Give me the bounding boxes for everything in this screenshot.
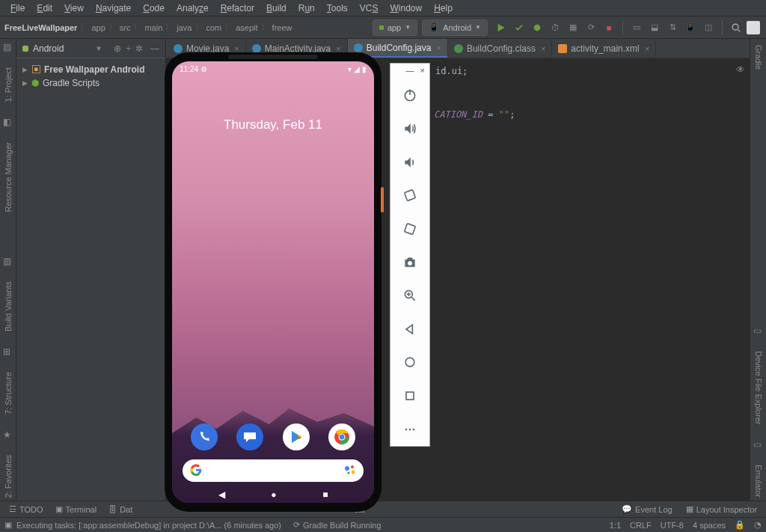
layout-inspector-tab[interactable]: ▦Layout Inspector	[681, 504, 762, 514]
tree-root-node[interactable]: ▶ 🞕 Free Wallpaper Android	[19, 63, 162, 76]
device-explorer-tab[interactable]: Device File Explorer	[754, 348, 763, 427]
crumb-2[interactable]: src	[120, 23, 131, 32]
close-icon[interactable]: ×	[436, 43, 441, 52]
overview-button[interactable]: ■	[322, 489, 328, 500]
avd-manager-button[interactable]: ▭	[629, 20, 644, 35]
menu-tools[interactable]: Tools	[321, 1, 354, 15]
close-icon[interactable]: ×	[234, 44, 239, 53]
event-log-tab[interactable]: 💬Event Log	[617, 504, 677, 514]
favorites-tab[interactable]: 2: Favorites	[4, 452, 13, 501]
tab-activity-main-xml[interactable]: activity_main.xml×	[552, 39, 656, 58]
structure-icon[interactable]: ⊞	[3, 346, 13, 357]
status-pos[interactable]: 1:1	[610, 521, 621, 530]
project-tab[interactable]: 1: Project	[4, 64, 13, 105]
reader-mode-icon[interactable]: 👁	[736, 63, 745, 76]
menu-refactor[interactable]: Refactor	[215, 1, 260, 15]
nav-back-button[interactable]	[390, 312, 429, 346]
play-store-icon[interactable]	[283, 424, 310, 450]
crumb-7[interactable]: freew	[272, 23, 292, 32]
run-button[interactable]	[494, 20, 509, 35]
status-indent[interactable]: 4 spaces	[693, 521, 726, 530]
build-variants-tab[interactable]: Build Variants	[4, 278, 13, 334]
apply-changes-button[interactable]	[512, 20, 527, 35]
sdk-manager-button[interactable]: ⬓	[647, 20, 662, 35]
close-icon[interactable]: ×	[645, 44, 649, 53]
crumb-5[interactable]: com	[206, 23, 221, 32]
assistant-icon[interactable]	[344, 464, 356, 478]
volume-down-button[interactable]	[390, 145, 429, 179]
sync-button[interactable]: ⇅	[665, 20, 680, 35]
phone-side-button[interactable]	[381, 187, 384, 213]
menu-code[interactable]: Code	[137, 1, 171, 15]
google-search-bar[interactable]	[183, 459, 364, 482]
zoom-button[interactable]	[390, 279, 429, 313]
user-profile-button[interactable]	[747, 21, 760, 34]
menu-window[interactable]: Window	[384, 1, 428, 15]
device-manager-button[interactable]: 📱	[683, 20, 698, 35]
stop-button[interactable]: ■	[601, 20, 616, 35]
resource-manager-tab[interactable]: Resource Manager	[4, 139, 13, 215]
device-explorer-icon[interactable]: ▭	[753, 325, 764, 336]
status-inspector-icon[interactable]: ◔	[754, 520, 762, 530]
coverage-button[interactable]: ▦	[566, 20, 580, 35]
menu-run[interactable]: Run	[292, 1, 321, 15]
resource-mgr-icon[interactable]: ◧	[3, 117, 13, 127]
crumb-3[interactable]: main	[144, 23, 162, 32]
menu-build[interactable]: Build	[260, 1, 292, 15]
todo-tab[interactable]: ☲TODO	[4, 504, 48, 514]
database-tab[interactable]: 🗄Dat	[104, 505, 137, 514]
project-tool-icon[interactable]: ▤	[3, 42, 13, 52]
chrome-icon[interactable]	[328, 424, 355, 450]
app-inspection-button[interactable]: ◫	[701, 20, 716, 35]
rotate-left-button[interactable]	[390, 179, 429, 213]
menu-edit[interactable]: Edit	[31, 1, 58, 15]
volume-up-button[interactable]	[390, 112, 429, 146]
close-button[interactable]: ×	[420, 66, 425, 76]
phone-screen[interactable]: 11:24 ⚙ ▾◢▮ Thursday, Feb 11 ◀ ● ■	[172, 61, 374, 503]
menu-view[interactable]: View	[58, 1, 90, 15]
status-line-sep[interactable]: CRLF	[630, 521, 652, 530]
profiler-button[interactable]: ⏱	[548, 20, 563, 35]
emulator-tab[interactable]: Emulator	[754, 462, 763, 501]
attach-debugger-button[interactable]: ⟳	[583, 20, 598, 35]
screenshot-button[interactable]	[390, 245, 429, 279]
terminal-tab[interactable]: ▣Terminal	[51, 504, 102, 514]
emulator-toolbar[interactable]: — ×	[390, 63, 430, 447]
crumb-root[interactable]: FreeLiveWallpaper	[4, 23, 77, 32]
close-icon[interactable]: ×	[541, 44, 545, 53]
tree-gradle-node[interactable]: ▶ ⬢ Gradle Scripts	[19, 76, 162, 90]
home-button[interactable]: ●	[271, 489, 276, 500]
menu-vcs[interactable]: VCS	[354, 1, 384, 15]
crumb-6[interactable]: asepit	[236, 23, 257, 32]
device-selector[interactable]: 📱 Android ▼	[422, 19, 488, 36]
nav-overview-button[interactable]	[390, 379, 429, 413]
status-readonly-icon[interactable]: 🔒	[735, 520, 745, 530]
menu-analyze[interactable]: Analyze	[171, 1, 215, 15]
build-variants-icon[interactable]: ▥	[3, 256, 13, 266]
project-tree-header[interactable]: Android ▼ ⊕ ÷ ✲ —	[16, 39, 165, 58]
messages-app-icon[interactable]	[236, 424, 263, 450]
minimize-button[interactable]: —	[406, 66, 414, 76]
back-button[interactable]: ◀	[218, 489, 225, 500]
structure-tab[interactable]: 7: Structure	[4, 369, 13, 418]
power-button[interactable]	[390, 79, 429, 112]
run-config-selector[interactable]: app ▼	[373, 19, 417, 36]
menu-file[interactable]: File	[4, 1, 31, 15]
menu-navigate[interactable]: Navigate	[90, 1, 137, 15]
debug-button[interactable]	[530, 20, 545, 35]
menu-help[interactable]: Help	[428, 1, 459, 15]
search-button[interactable]	[729, 20, 744, 35]
nav-home-button[interactable]	[390, 346, 429, 379]
rotate-right-button[interactable]	[390, 213, 429, 246]
more-button[interactable]	[390, 412, 429, 446]
phone-app-icon[interactable]	[191, 424, 218, 450]
close-icon[interactable]: ×	[336, 44, 340, 53]
crumb-4[interactable]: java	[177, 23, 192, 32]
gradle-tab[interactable]: Gradle	[754, 42, 763, 73]
favorites-icon[interactable]: ★	[3, 429, 13, 440]
emulator-icon[interactable]: ▭	[753, 439, 764, 450]
status-encoding[interactable]: UTF-8	[661, 521, 684, 530]
crumb-1[interactable]: app	[91, 23, 105, 32]
emulator-window[interactable]: 11:24 ⚙ ▾◢▮ Thursday, Feb 11 ◀ ● ■	[165, 52, 382, 518]
tab-buildconfig-class[interactable]: BuildConfig.class×	[448, 39, 552, 58]
